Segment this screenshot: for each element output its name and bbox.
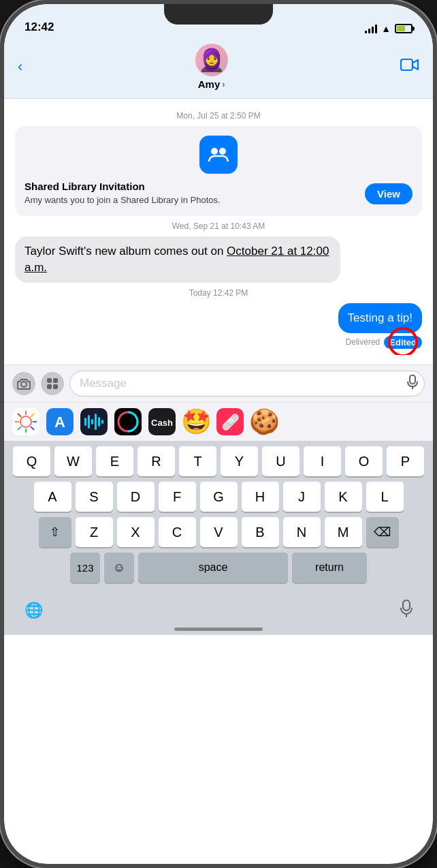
tray-sticker[interactable]: 🩹: [215, 407, 245, 437]
svg-rect-0: [401, 59, 412, 70]
shared-library-title: Shared Library Invitation: [25, 181, 358, 192]
svg-rect-5: [53, 378, 58, 383]
shared-library-card: Shared Library Invitation Amy wants you …: [15, 126, 422, 216]
message-row-outgoing-1: Testing a tip!: [15, 303, 422, 333]
svg-rect-28: [101, 420, 103, 424]
svg-rect-36: [403, 600, 410, 610]
svg-rect-8: [410, 375, 415, 384]
tray-audio[interactable]: [79, 407, 109, 437]
key-c[interactable]: C: [159, 517, 196, 547]
status-icons: ▲: [365, 23, 412, 34]
key-d[interactable]: D: [117, 482, 155, 512]
key-k[interactable]: K: [325, 482, 362, 512]
svg-rect-24: [88, 415, 90, 429]
key-return[interactable]: return: [292, 553, 367, 583]
app-tray: A: [4, 402, 433, 441]
apps-button[interactable]: [41, 372, 64, 395]
key-shift[interactable]: ⇧: [39, 517, 71, 547]
edited-badge-container: Edited: [384, 336, 422, 348]
key-x[interactable]: X: [117, 517, 155, 547]
globe-icon[interactable]: 🌐: [25, 602, 43, 619]
svg-rect-25: [91, 419, 93, 424]
messages-area: Mon, Jul 25 at 2:50 PM: [4, 99, 433, 355]
mic-button-input[interactable]: [407, 375, 418, 393]
home-bar-row: [4, 627, 433, 635]
svg-rect-4: [47, 378, 52, 383]
tray-memoji[interactable]: 🤩: [181, 407, 211, 437]
svg-text:A: A: [54, 414, 65, 431]
avatar-emoji: 🧕: [198, 49, 225, 71]
tray-app-store[interactable]: A: [45, 407, 75, 437]
wifi-icon: ▲: [381, 23, 391, 34]
tray-fitness[interactable]: [113, 407, 143, 437]
camera-button[interactable]: [12, 372, 35, 395]
tray-more[interactable]: 🍪: [249, 407, 279, 437]
battery-icon: [395, 24, 412, 33]
key-a[interactable]: A: [34, 482, 71, 512]
key-s[interactable]: S: [76, 482, 113, 512]
key-b[interactable]: B: [242, 517, 279, 547]
view-button[interactable]: View: [365, 183, 412, 204]
key-y[interactable]: Y: [221, 446, 258, 476]
phone-screen: 12:42 ▲ ‹ 🧕: [4, 4, 433, 864]
svg-rect-7: [53, 384, 58, 389]
key-numbers[interactable]: 123: [70, 553, 100, 583]
timestamp-1: Mon, Jul 25 at 2:50 PM: [15, 111, 422, 121]
key-z[interactable]: Z: [76, 517, 113, 547]
key-w[interactable]: W: [54, 446, 92, 476]
svg-rect-27: [98, 417, 100, 427]
svg-text:🩹: 🩹: [221, 413, 240, 431]
battery-fill: [397, 26, 405, 31]
key-e[interactable]: E: [96, 446, 133, 476]
contact-chevron-icon: ›: [222, 79, 225, 89]
tray-photos[interactable]: [11, 407, 41, 437]
key-h[interactable]: H: [242, 482, 279, 512]
key-l[interactable]: L: [366, 482, 404, 512]
key-delete[interactable]: ⌫: [366, 517, 399, 547]
contact-info[interactable]: 🧕 Amy ›: [195, 44, 228, 90]
key-emoji[interactable]: ☺: [104, 553, 134, 583]
svg-rect-26: [95, 414, 97, 430]
message-input-wrapper: [69, 371, 425, 397]
timestamp-3: Today 12:42 PM: [15, 288, 422, 298]
contact-name: Amy ›: [198, 78, 225, 90]
video-call-button[interactable]: [400, 57, 419, 76]
keyboard-row-4: 123 ☺ space return: [7, 553, 430, 583]
key-space[interactable]: space: [138, 553, 288, 583]
keyboard-row-2: A S D F G H J K L: [7, 482, 430, 512]
messages-scroll: Mon, Jul 25 at 2:50 PM: [4, 99, 433, 365]
keyboard-row-3: ⇧ Z X C V B N M ⌫: [7, 517, 430, 547]
notch: [164, 4, 273, 25]
message-row-incoming-1: Taylor Swift's new album comes out on Oc…: [15, 236, 422, 283]
svg-text:Cash: Cash: [151, 418, 173, 428]
edited-circle-highlight: [388, 327, 418, 355]
message-bubble-incoming-1: Taylor Swift's new album comes out on Oc…: [15, 236, 340, 283]
key-v[interactable]: V: [200, 517, 238, 547]
message-input[interactable]: [69, 371, 425, 397]
svg-point-3: [21, 382, 27, 387]
tray-apple-cash[interactable]: Cash: [147, 407, 177, 437]
key-q[interactable]: Q: [13, 446, 50, 476]
svg-rect-23: [84, 418, 86, 426]
key-j[interactable]: J: [283, 482, 321, 512]
key-t[interactable]: T: [179, 446, 216, 476]
svg-rect-6: [47, 384, 52, 389]
input-bar: [4, 365, 433, 402]
key-f[interactable]: F: [159, 482, 196, 512]
navigation-header: ‹ 🧕 Amy ›: [4, 38, 433, 99]
keyboard-row-1: Q W E R T Y U I O P: [7, 446, 430, 476]
key-p[interactable]: P: [387, 446, 424, 476]
back-button[interactable]: ‹: [18, 58, 22, 76]
svg-point-2: [219, 148, 226, 155]
key-o[interactable]: O: [345, 446, 383, 476]
key-i[interactable]: I: [304, 446, 341, 476]
key-u[interactable]: U: [262, 446, 300, 476]
key-m[interactable]: M: [325, 517, 362, 547]
phone-frame: 12:42 ▲ ‹ 🧕: [0, 0, 437, 868]
key-n[interactable]: N: [283, 517, 321, 547]
key-g[interactable]: G: [200, 482, 238, 512]
mic-bottom-icon[interactable]: [400, 600, 412, 621]
shared-library-description: Amy wants you to join a Shared Library i…: [25, 194, 358, 206]
signal-bars-icon: [365, 24, 377, 33]
key-r[interactable]: R: [137, 446, 175, 476]
